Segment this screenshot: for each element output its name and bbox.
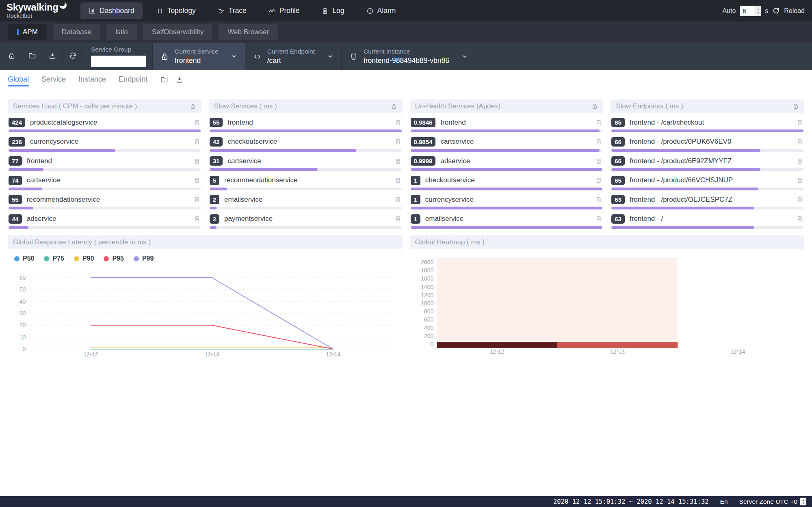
progress-bar — [611, 226, 803, 229]
folder-icon[interactable] — [160, 76, 168, 84]
current-instance-selector[interactable]: Current Instance frontend-988494b89-vbn8… — [342, 43, 476, 70]
clipboard-icon[interactable] — [796, 138, 803, 145]
row-value-badge: 63 — [611, 214, 625, 224]
clipboard-icon[interactable] — [595, 138, 602, 145]
current-endpoint-selector[interactable]: Current Endpoint /cart — [245, 43, 342, 70]
auto-interval-input[interactable]: 6 ▲▼ — [740, 6, 761, 16]
list-item: 1 emailservice — [410, 214, 604, 232]
category-tab-istio[interactable]: Istio — [106, 24, 137, 40]
clipboard-icon[interactable] — [796, 196, 803, 203]
lock-icon[interactable] — [591, 103, 598, 110]
clipboard-icon[interactable] — [394, 196, 402, 203]
row-service-name: frontend - /product/OLJCESPC7Z — [630, 196, 791, 204]
nav-item-trace[interactable]: Trace — [210, 2, 255, 19]
legend-label: P90 — [82, 255, 94, 262]
lock-icon — [160, 52, 169, 61]
clipboard-icon[interactable] — [193, 215, 201, 222]
tab-global[interactable]: Global — [8, 70, 29, 88]
row-service-name: cartservice — [440, 138, 590, 146]
legend-label: P95 — [112, 255, 123, 262]
progress-bar — [210, 149, 402, 152]
row-value-badge: 65 — [611, 176, 625, 185]
svg-text:30: 30 — [19, 310, 26, 317]
row-service-name: frontend - /product/0PUK6V6EV0 — [630, 138, 791, 146]
lock-icon[interactable] — [190, 103, 196, 110]
row-service-name: cartservice — [27, 176, 188, 184]
clipboard-icon[interactable] — [595, 157, 602, 165]
progress-bar — [9, 226, 201, 229]
list-item: 66 frontend - /product/0PUK6V6EV0 — [611, 136, 804, 155]
progress-bar — [411, 149, 603, 152]
category-tab-web-browser[interactable]: Web Browser — [219, 24, 278, 40]
nav-item-profile[interactable]: Profile — [260, 2, 308, 19]
list-item: 31 cartservice — [209, 155, 403, 174]
metric-panel: Slow Endpoints ( ms ) 85 frontend - /car… — [611, 99, 804, 231]
tab-instance[interactable]: Instance — [78, 70, 106, 88]
download-tool-button[interactable] — [42, 52, 62, 61]
clipboard-icon[interactable] — [595, 215, 602, 222]
active-indicator — [17, 29, 19, 35]
nav-item-dashboard[interactable]: Dashboard — [80, 2, 143, 19]
svg-text:2000: 2000 — [421, 259, 433, 265]
clipboard-icon[interactable] — [193, 177, 201, 184]
legend-item-p95[interactable]: P95 — [104, 255, 123, 262]
clipboard-icon[interactable] — [193, 138, 201, 145]
category-tab-database[interactable]: Database — [53, 24, 100, 40]
clipboard-icon[interactable] — [796, 215, 803, 222]
legend-item-p90[interactable]: P90 — [74, 255, 94, 262]
download-icon[interactable] — [175, 76, 184, 84]
chevron-down-icon — [327, 53, 333, 60]
row-service-name: recommendationservice — [27, 196, 188, 204]
progress-bar — [411, 168, 603, 171]
tab-endpoint[interactable]: Endpoint — [119, 70, 147, 88]
category-tab-selfobservability[interactable]: SelfObservability — [143, 24, 213, 40]
clipboard-icon[interactable] — [394, 215, 402, 222]
clipboard-icon[interactable] — [394, 157, 402, 165]
clipboard-icon[interactable] — [394, 177, 402, 184]
row-service-name: frontend — [27, 157, 188, 165]
current-service-selector[interactable]: Current Service frontend — [152, 43, 245, 70]
selector-value: frontend-988494b89-vbn86 — [364, 56, 449, 65]
svg-text:1800: 1800 — [421, 267, 433, 274]
refresh-tool-button[interactable] — [63, 52, 82, 61]
spinner-arrows-icon[interactable]: ▲▼ — [755, 6, 761, 16]
zone-spinner-icon[interactable]: ▲▼ — [800, 498, 806, 505]
language-selector[interactable]: En — [720, 498, 728, 505]
legend-item-p50[interactable]: P50 — [14, 255, 34, 262]
clipboard-icon[interactable] — [193, 157, 201, 165]
legend-item-p99[interactable]: P99 — [134, 255, 154, 262]
lock-icon[interactable] — [391, 103, 397, 110]
folder-tool-button[interactable] — [22, 52, 42, 61]
clipboard-icon[interactable] — [796, 119, 803, 126]
row-service-name: frontend — [227, 119, 389, 127]
reload-label[interactable]: Reload — [784, 7, 805, 15]
nav-item-topology[interactable]: Topology — [148, 2, 204, 19]
lock-icon[interactable] — [793, 103, 799, 110]
row-service-name: emailservice — [224, 196, 389, 204]
auto-reload-controls: Auto 6 ▲▼ s Reload — [722, 6, 812, 16]
tab-service[interactable]: Service — [41, 70, 66, 88]
nav-item-log[interactable]: Log — [313, 2, 352, 19]
svg-text:12-12: 12-12 — [489, 348, 504, 355]
clipboard-icon[interactable] — [796, 177, 803, 184]
row-service-name: adservice — [27, 215, 188, 223]
clipboard-icon[interactable] — [193, 196, 201, 203]
clipboard-icon[interactable] — [193, 119, 201, 126]
legend-item-p75[interactable]: P75 — [44, 255, 64, 262]
time-range[interactable]: 2020-12-12 15:01:32 ~ 2020-12-14 15:31:3… — [553, 498, 709, 505]
category-tab-apm[interactable]: APM — [8, 24, 47, 40]
clipboard-icon[interactable] — [394, 138, 402, 145]
nav-item-alarm[interactable]: Alarm — [358, 2, 404, 19]
clipboard-icon[interactable] — [595, 196, 602, 203]
clipboard-icon[interactable] — [595, 177, 602, 184]
service-group-input[interactable] — [91, 56, 146, 67]
brand[interactable]: Skywalking Rocketbot — [0, 2, 80, 19]
clipboard-icon[interactable] — [796, 157, 803, 165]
clipboard-icon[interactable] — [394, 119, 402, 126]
panel-title: Global Heatmap ( ms ) — [415, 238, 485, 246]
reload-icon[interactable] — [772, 7, 780, 15]
progress-bar — [611, 129, 803, 132]
svg-text:200: 200 — [424, 333, 433, 339]
lock-tool-button[interactable] — [2, 52, 22, 61]
clipboard-icon[interactable] — [595, 119, 602, 126]
